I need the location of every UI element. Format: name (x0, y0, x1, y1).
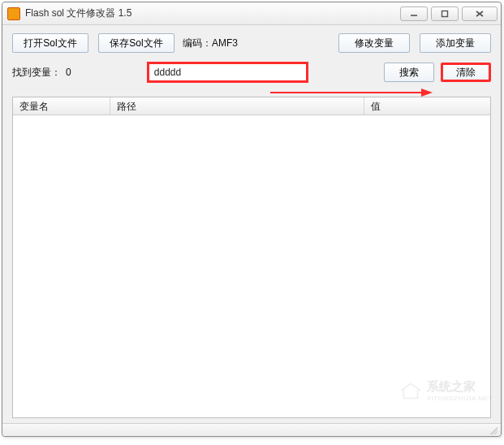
content-area: 打开Sol文件 保存Sol文件 编码：AMF3 修改变量 添加变量 找到变量： … (2, 25, 501, 423)
window-title: Flash sol 文件修改器 1.5 (25, 6, 397, 20)
encoding-value: AMF3 (212, 37, 238, 49)
app-window: Flash sol 文件修改器 1.5 打开Sol文件 保存Sol文件 编码：A… (2, 2, 502, 437)
minimize-button[interactable] (400, 6, 428, 21)
table-header: 变量名 路径 值 (13, 97, 490, 115)
save-sol-button[interactable]: 保存Sol文件 (98, 33, 174, 53)
open-sol-button[interactable]: 打开Sol文件 (12, 33, 88, 53)
column-variable-name[interactable]: 变量名 (13, 97, 110, 114)
minimize-icon (410, 10, 418, 18)
add-variable-button[interactable]: 添加变量 (420, 33, 491, 53)
titlebar[interactable]: Flash sol 文件修改器 1.5 (2, 2, 501, 25)
found-label: 找到变量： (12, 66, 61, 80)
maximize-icon (441, 10, 449, 18)
maximize-button[interactable] (431, 6, 459, 21)
close-button[interactable] (462, 6, 498, 21)
clear-button[interactable]: 清除 (441, 63, 491, 82)
close-icon (475, 10, 485, 18)
svg-rect-1 (442, 11, 448, 16)
encoding-label: 编码：AMF3 (183, 37, 238, 50)
encoding-label-text: 编码： (183, 37, 212, 49)
toolbar-row: 打开Sol文件 保存Sol文件 编码：AMF3 修改变量 添加变量 (12, 33, 491, 53)
svg-marker-5 (421, 89, 433, 97)
found-count: 0 (66, 67, 71, 78)
modify-variable-button[interactable]: 修改变量 (338, 33, 410, 53)
column-value[interactable]: 值 (364, 97, 490, 114)
resize-grip[interactable] (486, 426, 498, 434)
search-row: 找到变量： 0 搜索 清除 (12, 63, 491, 82)
column-path[interactable]: 路径 (110, 97, 364, 114)
variables-table: 变量名 路径 值 (12, 97, 491, 418)
table-body[interactable] (13, 115, 490, 417)
search-input[interactable] (149, 63, 307, 81)
statusbar (2, 423, 501, 436)
search-button[interactable]: 搜索 (384, 63, 434, 82)
app-icon (7, 7, 20, 20)
